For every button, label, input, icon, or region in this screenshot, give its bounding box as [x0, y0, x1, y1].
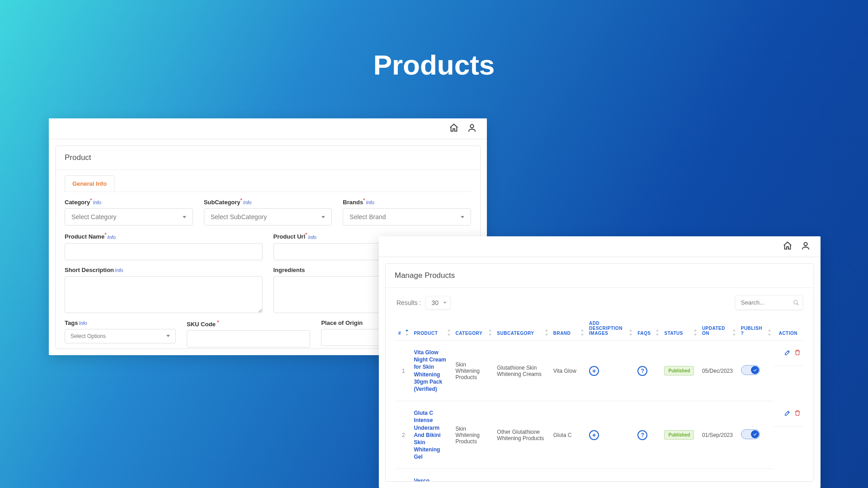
subcategory-select[interactable]: Select SubCategory — [204, 208, 332, 225]
cell-updated: 01/Sep/2023 — [699, 401, 738, 469]
svg-point-2 — [794, 300, 797, 304]
col-product[interactable]: PRODUCT — [411, 316, 453, 341]
table-row: 2 Gluta C Intense Underarm And Bikini Sk… — [396, 401, 804, 469]
tab-general-info[interactable]: General Info — [65, 175, 114, 192]
short-description-textarea[interactable] — [65, 276, 263, 313]
sku-input[interactable] — [187, 330, 310, 347]
status-badge: Published — [664, 366, 694, 375]
col-updated-on[interactable]: UPDATED ON — [699, 316, 738, 341]
publish-toggle[interactable] — [741, 429, 760, 439]
faq-icon[interactable] — [637, 430, 647, 440]
info-link[interactable]: Info — [243, 200, 251, 205]
manage-products-card: Manage Products Results : 30 # PRODUCT C… — [385, 263, 814, 482]
brands-select[interactable]: Select Brand — [343, 208, 471, 225]
chevron-down-icon — [166, 335, 170, 337]
table-row: 1 Vita Glow Night Cream for Skin Whiteni… — [396, 341, 804, 401]
cell-category: Skin Whitening Products — [453, 341, 495, 401]
topbar — [49, 118, 487, 139]
delete-icon[interactable] — [794, 349, 801, 357]
sort-icon — [488, 329, 492, 336]
info-link[interactable]: Info — [308, 235, 316, 240]
svg-point-1 — [804, 242, 807, 245]
publish-toggle[interactable] — [741, 365, 760, 375]
card-title: Manage Products — [386, 264, 814, 288]
delete-icon[interactable] — [794, 409, 801, 418]
faq-icon[interactable] — [637, 366, 647, 376]
category-label: Category*Info — [65, 197, 193, 206]
results-dropdown[interactable]: 30 — [425, 296, 451, 310]
user-icon[interactable] — [467, 123, 477, 135]
add-image-icon[interactable] — [589, 366, 599, 376]
edit-icon[interactable] — [784, 349, 791, 357]
sort-icon — [447, 329, 451, 336]
col-add-images[interactable]: ADD DESCRIPTION IMAGES — [586, 316, 635, 341]
topbar — [379, 236, 821, 257]
chevron-down-icon — [443, 302, 447, 304]
subcategory-label: SubCategory*Info — [204, 197, 332, 206]
add-image-icon[interactable] — [589, 430, 599, 440]
cell-subcategory: Other Glutathione Whitening Products — [494, 401, 550, 469]
row-number: 2 — [396, 401, 411, 469]
short-description-label: Short DescriptionInfo — [65, 267, 263, 273]
product-link[interactable]: Gluta C Intense Underarm And Bikini Skin… — [414, 410, 440, 460]
manage-products-window: Manage Products Results : 30 # PRODUCT C… — [379, 236, 821, 488]
edit-icon[interactable] — [784, 409, 791, 418]
sort-icon — [405, 329, 409, 336]
row-number: 1 — [396, 341, 411, 401]
sku-label: SKU Code * — [187, 319, 310, 328]
info-link[interactable]: Info — [107, 235, 115, 240]
category-select[interactable]: Select Category — [65, 208, 193, 225]
sort-icon — [767, 329, 772, 336]
info-link[interactable]: Info — [93, 200, 101, 205]
chevron-down-icon — [321, 216, 325, 218]
sort-icon — [732, 329, 736, 336]
col-publish[interactable]: PUBLISH ? — [738, 316, 774, 341]
col-brand[interactable]: BRAND — [551, 316, 586, 341]
brands-label: Brands*Info — [343, 197, 471, 206]
col-category[interactable]: CATEGORY — [453, 316, 495, 341]
cell-updated: 05/Dec/2023 — [699, 341, 738, 401]
chevron-down-icon — [461, 216, 464, 218]
col-faqs[interactable]: FAQS — [635, 316, 661, 341]
home-icon[interactable] — [449, 123, 459, 135]
product-name-input[interactable] — [65, 243, 263, 260]
home-icon[interactable] — [783, 241, 793, 253]
sort-icon — [580, 329, 585, 336]
cell-brand: Vita Glow — [551, 341, 586, 401]
page-title: Products — [373, 49, 495, 81]
product-link[interactable]: Vesco pharma — [414, 478, 433, 482]
user-icon[interactable] — [801, 241, 811, 253]
tags-label: TagsInfo — [65, 319, 176, 326]
card-title: Product — [56, 146, 480, 170]
search-icon — [793, 300, 799, 306]
col-number[interactable]: # — [396, 316, 411, 341]
sort-icon — [655, 329, 660, 336]
cell-subcategory: Glutathione Skin Whitening Creams — [494, 341, 550, 401]
tags-select[interactable]: Select Options — [65, 329, 176, 343]
svg-point-0 — [470, 124, 473, 127]
cell-brand: Gluta C — [551, 401, 586, 469]
tab-bar: General Info — [65, 175, 471, 192]
info-link[interactable]: Info — [366, 200, 374, 205]
sort-icon — [693, 329, 698, 336]
table-row: Vesco pharma — [396, 469, 804, 482]
col-status[interactable]: STATUS — [661, 316, 699, 341]
product-name-label: Product Name*Info — [65, 232, 263, 240]
sort-icon — [544, 329, 549, 336]
status-badge: Published — [664, 430, 694, 440]
row-number — [396, 469, 411, 482]
col-subcategory[interactable]: SUBCATEGORY — [494, 316, 550, 341]
sort-icon — [628, 329, 633, 336]
products-table: # PRODUCT CATEGORY SUBCATEGORY BRAND ADD… — [396, 316, 804, 482]
cell-category: Skin Whitening Products — [453, 401, 495, 469]
cell-category — [453, 469, 495, 482]
results-label: Results : — [396, 299, 421, 306]
info-link[interactable]: Info — [79, 320, 87, 326]
product-link[interactable]: Vita Glow Night Cream for Skin Whitening… — [414, 349, 446, 392]
results-bar: Results : 30 — [386, 288, 814, 316]
info-link[interactable]: Info — [115, 267, 123, 273]
col-action: ACTION — [774, 316, 804, 341]
cell-subcategory — [494, 469, 550, 482]
cell-updated — [699, 469, 738, 482]
cell-brand — [551, 469, 586, 482]
